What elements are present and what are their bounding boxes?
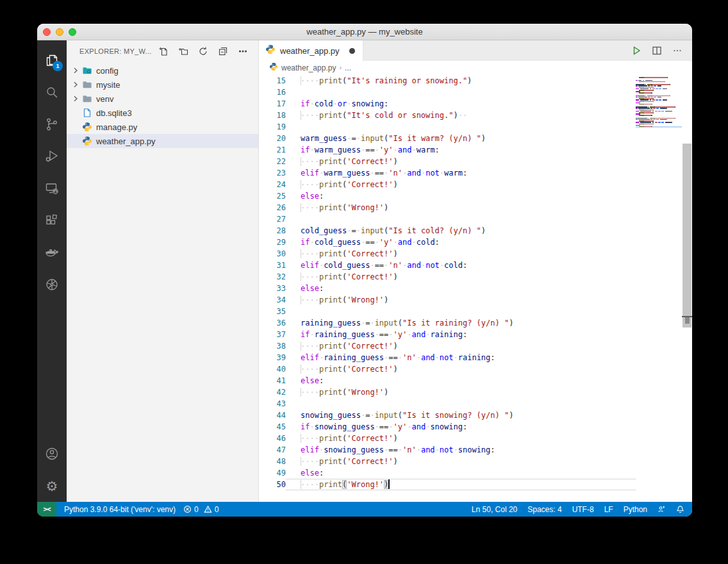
code-line-50[interactable]: 50····print('Wrong!')	[259, 479, 636, 490]
eol-indicator[interactable]: LF	[604, 505, 613, 514]
line-content: if·snowing_guess·==·'y'·and·snowing:	[301, 422, 467, 431]
tree-item-mysite[interactable]: mysite	[67, 78, 258, 92]
refresh-explorer-button[interactable]	[198, 46, 208, 56]
split-editor-button[interactable]	[651, 45, 663, 56]
code-line-45[interactable]: 45if·snowing_guess·==·'y'·and·snowing:	[259, 421, 636, 433]
line-number: 49	[259, 467, 286, 479]
activity-source-control-button[interactable]	[37, 108, 67, 140]
tab-weather-app[interactable]: weather_app.py	[259, 40, 363, 61]
activity-kubernetes-button[interactable]	[37, 269, 67, 301]
code-line-33[interactable]: 33else:	[259, 283, 636, 294]
tree-item-manage.py[interactable]: manage.py	[67, 120, 258, 134]
editor-more-actions-button[interactable]	[672, 45, 683, 56]
line-number: 19	[259, 121, 286, 133]
breadcrumb-file[interactable]: weather_app.py	[281, 63, 336, 72]
python-interpreter-selector[interactable]: Python 3.9.0 64-bit ('venv': venv)	[64, 505, 176, 514]
code-line-39[interactable]: 39elif·raining_guess·==·'n'·and·not·rain…	[259, 352, 636, 363]
line-content: else:	[301, 192, 324, 201]
code-line-28[interactable]: 28cold_guess·=·input("Is it cold? (y/n) …	[259, 225, 636, 236]
code-line-27[interactable]: 27	[259, 213, 636, 225]
line-content: ····print('Correct!')	[301, 342, 398, 351]
code-line-46[interactable]: 46····print('Correct!')	[259, 433, 636, 444]
line-content: ····print('Correct!')	[301, 434, 398, 443]
code-line-30[interactable]: 30····print('Correct!')	[259, 248, 636, 260]
code-line-47[interactable]: 47elif·snowing_guess·==·'n'·and·not·snow…	[259, 444, 636, 456]
code-line-29[interactable]: 29if·cold_guess·==·'y'·and·cold:	[259, 236, 636, 248]
line-number: 31	[259, 260, 286, 271]
minimap[interactable]	[636, 77, 682, 128]
activity-extensions-button[interactable]	[37, 204, 67, 236]
overview-cursor-marker-stem	[685, 317, 690, 324]
code-line-16[interactable]: 16	[259, 87, 636, 98]
new-folder-button[interactable]	[178, 46, 188, 56]
activity-docker-button[interactable]	[37, 236, 67, 269]
code-line-22[interactable]: 22····print('Correct!')	[259, 156, 636, 167]
code-line-48[interactable]: 48····print('Correct!')	[259, 456, 636, 467]
code-line-38[interactable]: 38····print('Correct!')	[259, 340, 636, 352]
new-file-button[interactable]	[158, 46, 169, 56]
cursor-position-indicator[interactable]: Ln 50, Col 20	[472, 505, 517, 514]
activity-search-button[interactable]	[37, 76, 67, 108]
code-line-42[interactable]: 42····print('Wrong!')	[259, 386, 636, 398]
code-line-15[interactable]: 15····print("It's raining or snowing.")	[259, 75, 636, 87]
code-line-19[interactable]: 19	[259, 121, 636, 133]
code-line-26[interactable]: 26····print('Wrong!')	[259, 202, 636, 213]
breadcrumb[interactable]: weather_app.py › ...	[259, 61, 692, 75]
notifications-button[interactable]	[676, 505, 684, 513]
code-line-36[interactable]: 36raining_guess·=·input("Is it raining? …	[259, 317, 636, 329]
code-line-44[interactable]: 44snowing_guess·=·input("Is it snowing? …	[259, 410, 636, 421]
scrollbar-thumb[interactable]	[682, 144, 691, 328]
code-line-17[interactable]: 17if·cold·or·snowing:	[259, 98, 636, 110]
code-line-49[interactable]: 49else:	[259, 467, 636, 479]
code-line-21[interactable]: 21if·warm_guess·==·'y'·and·warm:	[259, 144, 636, 156]
manage-settings-button[interactable]: ⚙	[37, 470, 67, 502]
language-mode-indicator[interactable]: Python	[624, 505, 647, 514]
line-content: ····print('Correct!')	[301, 365, 398, 374]
tree-item-config[interactable]: config	[67, 63, 258, 78]
activity-explorer-button[interactable]: 1	[37, 44, 67, 76]
code-line-20[interactable]: 20warm_guess·=·input("Is it warm? (y/n) …	[259, 133, 636, 144]
run-python-file-button[interactable]	[631, 45, 642, 56]
explorer-more-actions-button[interactable]	[238, 46, 248, 56]
line-content: if·raining_guess·==·'y'·and·raining:	[301, 330, 467, 339]
activity-run-debug-button[interactable]	[37, 140, 67, 172]
code-line-32[interactable]: 32····print('Correct!')	[259, 271, 636, 283]
minimize-window-button[interactable]	[56, 28, 63, 36]
accounts-button[interactable]	[37, 438, 67, 470]
tree-item-weather_app.py[interactable]: weather_app.py	[67, 134, 258, 148]
feedback-button[interactable]	[658, 505, 666, 513]
close-window-button[interactable]	[43, 28, 51, 36]
code-line-24[interactable]: 24····print('Correct!')	[259, 179, 636, 190]
remote-indicator[interactable]: ><	[37, 502, 56, 517]
line-content: elif·raining_guess·==·'n'·and·not·rainin…	[301, 353, 495, 362]
encoding-indicator[interactable]: UTF-8	[572, 505, 594, 514]
indent-guide	[301, 203, 301, 212]
code-area[interactable]: 15····print("It's raining or snowing.")1…	[259, 75, 692, 502]
activity-remote-explorer-button[interactable]	[37, 172, 67, 204]
remote-explorer-icon	[44, 181, 60, 196]
vertical-scrollbar[interactable]	[682, 75, 692, 502]
code-line-37[interactable]: 37if·raining_guess·==·'y'·and·raining:	[259, 329, 636, 340]
zoom-window-button[interactable]	[69, 28, 76, 36]
collapse-folders-button[interactable]	[218, 46, 228, 56]
code-line-35[interactable]: 35	[259, 306, 636, 317]
code-line-34[interactable]: 34····print('Wrong!')	[259, 294, 636, 306]
code-line-43[interactable]: 43	[259, 398, 636, 410]
line-content: ····print('Correct!')	[301, 249, 398, 258]
kubernetes-icon	[44, 277, 60, 292]
code-line-31[interactable]: 31elif·cold_guess·==·'n'·and·not·cold:	[259, 260, 636, 271]
code-lines[interactable]: 15····print("It's raining or snowing.")1…	[259, 75, 636, 490]
modified-dot-icon[interactable]	[349, 48, 355, 54]
indentation-indicator[interactable]: Spaces: 4	[527, 505, 561, 514]
tree-item-venv[interactable]: venv	[67, 92, 258, 106]
code-line-41[interactable]: 41else:	[259, 375, 636, 386]
problems-indicator[interactable]: 0 0	[183, 505, 219, 514]
code-line-23[interactable]: 23elif·warm_guess·==·'n'·and·not·warm:	[259, 167, 636, 179]
tree-item-db.sqlite3[interactable]: db.sqlite3	[67, 106, 258, 120]
code-line-25[interactable]: 25else:	[259, 190, 636, 202]
breadcrumb-tail[interactable]: ...	[345, 63, 351, 72]
search-icon	[44, 85, 60, 100]
code-line-40[interactable]: 40····print('Correct!')	[259, 363, 636, 375]
tree-item-label: manage.py	[96, 122, 137, 132]
code-line-18[interactable]: 18····print("It's cold or snowing.")··	[259, 110, 636, 121]
